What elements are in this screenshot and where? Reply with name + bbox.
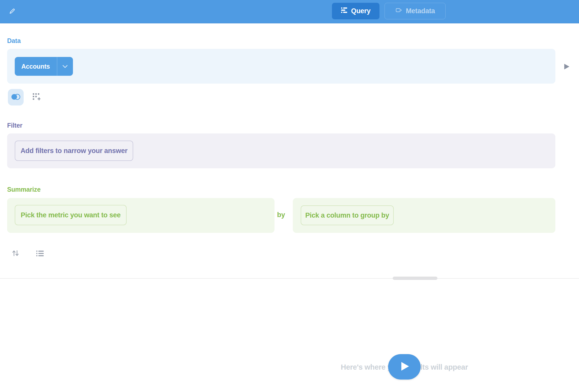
preview-play-icon xyxy=(563,66,570,71)
play-icon xyxy=(399,361,409,372)
header-bar: Query Metadata xyxy=(0,0,579,23)
resize-drag-handle[interactable] xyxy=(393,277,437,280)
filter-section-label: Filter xyxy=(7,122,22,129)
add-filters-button[interactable]: Add filters to narrow your answer xyxy=(15,141,133,161)
tag-icon xyxy=(395,7,402,16)
row-limit-icon xyxy=(36,249,44,259)
content-divider xyxy=(0,278,579,279)
summarize-section-label: Summarize xyxy=(7,186,41,193)
data-section-panel: Accounts xyxy=(7,49,555,84)
notebook-editor: Query Metadata Data Accounts xyxy=(0,0,579,392)
table-picker-button[interactable]: Accounts xyxy=(15,57,73,76)
custom-column-icon xyxy=(32,93,40,102)
tab-query[interactable]: Query xyxy=(332,3,379,19)
pick-group-column-button[interactable]: Pick a column to group by xyxy=(301,205,394,225)
join-data-button[interactable] xyxy=(8,89,24,105)
summarize-metric-panel: Pick the metric you want to see xyxy=(7,198,275,233)
row-limit-button[interactable] xyxy=(35,249,45,259)
table-picker-label: Accounts xyxy=(15,57,57,76)
edit-title-button[interactable] xyxy=(7,7,17,17)
tab-metadata-label: Metadata xyxy=(406,7,435,15)
summarize-groupby-panel: Pick a column to group by xyxy=(293,198,555,233)
pick-metric-button[interactable]: Pick the metric you want to see xyxy=(15,205,127,225)
run-query-button[interactable] xyxy=(388,354,421,380)
tab-query-label: Query xyxy=(351,7,371,15)
join-icon xyxy=(11,93,21,102)
preview-step-button[interactable] xyxy=(563,63,570,70)
pencil-icon xyxy=(9,8,16,16)
notebook-icon xyxy=(341,7,347,15)
sort-icon xyxy=(11,249,20,258)
group-by-connector-label: by xyxy=(277,211,292,219)
custom-column-button[interactable] xyxy=(32,93,41,102)
sort-step-button[interactable] xyxy=(11,249,20,259)
filter-section-panel: Add filters to narrow your answer xyxy=(7,133,555,168)
data-section-label: Data xyxy=(7,37,21,44)
chevron-down-icon[interactable] xyxy=(57,57,73,76)
tab-metadata[interactable]: Metadata xyxy=(385,3,446,19)
